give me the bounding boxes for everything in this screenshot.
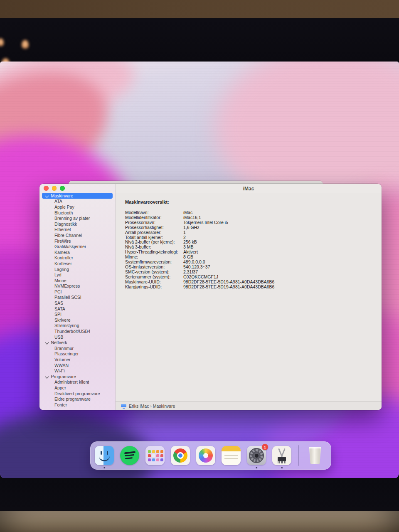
section-heading: Maskinvareoversikt:	[125, 200, 382, 204]
sidebar-item[interactable]: Eldre programvare	[39, 396, 115, 402]
sidebar-item[interactable]: Lyd	[39, 272, 115, 278]
sidebar-item[interactable]: Fonter	[39, 402, 115, 408]
sidebar-item[interactable]: Strømstyring	[39, 323, 115, 329]
chevron-down-icon	[45, 193, 49, 197]
chevron-down-icon	[45, 374, 49, 378]
close-button[interactable]	[44, 186, 49, 191]
sidebar-item[interactable]: SAS	[39, 300, 115, 306]
dock: 1	[90, 441, 331, 470]
sidebar-item[interactable]: Skrivere	[39, 317, 115, 323]
minimize-button[interactable]	[52, 186, 57, 191]
sidebar-item[interactable]: NVMExpress	[39, 283, 115, 289]
dock-item[interactable]	[297, 446, 300, 466]
sidebar-item[interactable]: SATA	[39, 306, 115, 312]
sidebar-item[interactable]: ATA	[39, 199, 115, 204]
dock-item[interactable]	[145, 446, 165, 466]
sidebar-item[interactable]: Thunderbolt/USB4	[39, 328, 115, 334]
dock-item[interactable]	[272, 446, 292, 466]
sidebar-item[interactable]: Wi-Fi	[39, 368, 115, 374]
sidebar-item[interactable]: Brenning av plater	[39, 215, 115, 221]
sidebar-item[interactable]: PCI	[39, 289, 115, 295]
app-icon-detail	[125, 457, 133, 459]
sidebar-item[interactable]: Ethernet	[39, 227, 115, 233]
light-reflection	[22, 40, 29, 50]
monitor-bezel-top	[0, 18, 399, 62]
hardware-rows: Modellnavn: iMac Modellidentifikator: iM…	[125, 210, 382, 290]
sidebar-item[interactable]: Programvare	[39, 374, 115, 379]
sidebar-item[interactable]: Administrert klient	[39, 379, 115, 385]
sidebar-item[interactable]: Volumer	[39, 357, 115, 362]
content-pane: iMac Maskinvareoversikt: Modellnavn: iMa…	[116, 184, 382, 410]
sidebar-item-label: Grafikk/skjermer	[54, 244, 86, 249]
sidebar-item[interactable]: Plasseringer	[39, 351, 115, 357]
table-row: Prosessornavn: Tokjerners Intel Core i5	[125, 220, 382, 225]
sidebar-item-label: WWAN	[54, 363, 69, 368]
sidebar-item[interactable]: Apper	[39, 385, 115, 391]
chevron-down-icon	[45, 340, 49, 344]
titlebar[interactable]: iMac	[116, 184, 382, 194]
dock-item[interactable]	[94, 446, 114, 466]
sidebar-item-label: Bluetooth	[54, 210, 73, 215]
sidebar-item[interactable]: Fibre Channel	[39, 232, 115, 238]
row-value: 1,6 GHz	[183, 225, 200, 230]
sidebar-item[interactable]: USB	[39, 334, 115, 340]
sidebar-item[interactable]: Minne	[39, 278, 115, 283]
sidebar-item[interactable]: Maskinvare	[42, 193, 113, 199]
row-label: Prosessorhastighet:	[125, 225, 183, 230]
app-icon-detail	[224, 458, 238, 459]
dock-item[interactable]	[196, 446, 216, 466]
sidebar-item[interactable]: Parallell SCSI	[39, 295, 115, 300]
app-icon	[173, 448, 187, 463]
sidebar-item-label: Apper	[54, 385, 66, 390]
sidebar-item[interactable]: WWAN	[39, 362, 115, 368]
sidebar-item-label: Volumer	[54, 357, 71, 362]
sidebar-item-label: Maskinvare	[51, 193, 74, 198]
sidebar-item-label: Thunderbolt/USB4	[54, 329, 90, 334]
window-controls	[44, 186, 65, 191]
dock-item[interactable]	[170, 446, 190, 466]
sidebar-item[interactable]: Kontroller	[39, 255, 115, 261]
system-information-window: Maskinvare ATA Apple Pay	[39, 184, 382, 410]
sidebar-item[interactable]: Kortleser	[39, 261, 115, 266]
breadcrumb[interactable]: Eriks iMac › Maskinvare	[129, 404, 175, 409]
sidebar-item[interactable]: Apple Pay	[39, 204, 115, 210]
row-value: 98D2DF28-57EE-5D19-A981-A0DA43DBA6B6	[183, 280, 274, 285]
dock-item[interactable]	[305, 446, 325, 466]
row-value: Tokjerners Intel Core i5	[183, 220, 228, 225]
background-wall	[0, 0, 399, 18]
photo-of-imac: Maskinvare ATA Apple Pay	[0, 0, 399, 532]
sidebar-item-label: Nettverk	[51, 340, 67, 345]
sidebar-item-label: FireWire	[54, 239, 71, 244]
hardware-overview: Maskinvareoversikt: Modellnavn: iMac Mod…	[116, 194, 382, 401]
sidebar-item-label: Wi-Fi	[54, 368, 65, 373]
sidebar-item[interactable]: Bluetooth	[39, 210, 115, 216]
sidebar-item[interactable]: Brannmur	[39, 345, 115, 351]
sidebar-item[interactable]: Kamera	[39, 249, 115, 255]
zoom-button[interactable]	[60, 186, 65, 191]
sidebar-item-label: Brenning av plater	[54, 216, 90, 221]
sidebar-item[interactable]: Nettverk	[39, 340, 115, 345]
table-row: Nivå 2-buffer (per kjerne): 256 kB	[125, 240, 382, 245]
dock-item[interactable]	[221, 446, 241, 466]
sidebar-item-label: Strømstyring	[54, 323, 79, 328]
sidebar-item[interactable]: Diagnostikk	[39, 221, 115, 227]
sidebar-item[interactable]: Lagring	[39, 266, 115, 272]
app-icon-detail	[255, 454, 259, 458]
sidebar-item-label: SAS	[54, 300, 63, 305]
sidebar-item[interactable]: Grafikk/skjermer	[39, 244, 115, 249]
row-value: 98D2DF28-57EE-5D19-A981-A0DA43DBA6B6	[183, 285, 274, 290]
row-label: Antall prosessorer:	[125, 230, 183, 235]
table-row: Hyper-Threading-teknologi: Aktivert	[125, 250, 382, 255]
sidebar-item-label: Fonter	[54, 402, 67, 407]
imac-chin	[0, 511, 399, 532]
sidebar-item-label: SATA	[54, 306, 65, 311]
row-label: Klargjørings-UDID:	[125, 285, 183, 290]
sidebar-item[interactable]: Deaktivert programvare	[39, 391, 115, 397]
dock-item[interactable]	[120, 446, 140, 466]
sidebar-item[interactable]: FireWire	[39, 238, 115, 244]
sidebar-item-label: Plasseringer	[54, 351, 79, 356]
dock-item[interactable]: 1	[246, 446, 266, 466]
sidebar-item[interactable]: SPI	[39, 311, 115, 317]
app-icon	[120, 446, 139, 465]
row-label: Prosessornavn:	[125, 220, 183, 225]
